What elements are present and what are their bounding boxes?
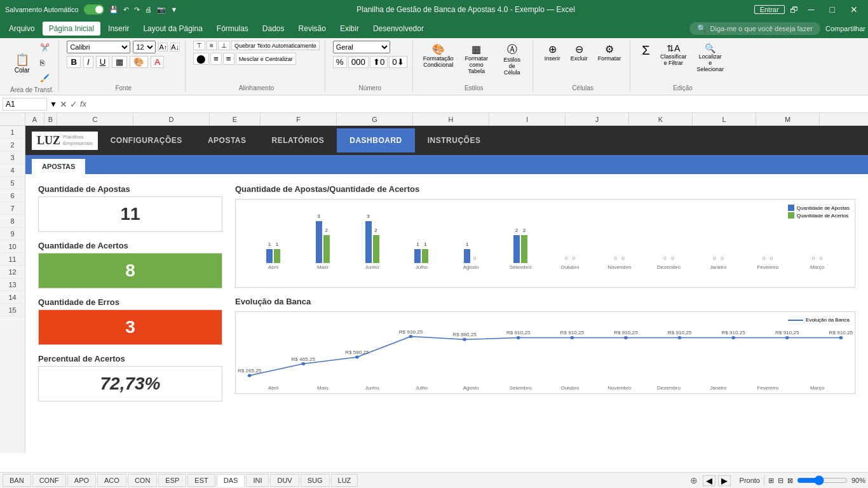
page-view-icon[interactable]: ⊟ [778, 477, 783, 485]
autosum-button[interactable]: Σ [638, 41, 653, 75]
col-header-i[interactable]: I [489, 113, 566, 125]
font-grow-button[interactable]: A↑ [158, 43, 168, 51]
dropdown-icon[interactable]: ▼ [171, 6, 178, 13]
col-header-h[interactable]: H [413, 113, 489, 125]
col-header-m[interactable]: M [756, 113, 820, 125]
percent-button[interactable]: % [333, 56, 347, 68]
function-icon[interactable]: fx [80, 99, 86, 109]
cut-button[interactable]: ✂️ [36, 41, 53, 55]
paste-button[interactable]: 📋 Colar [11, 50, 34, 76]
sheet-tab-ini[interactable]: INI [246, 474, 269, 487]
sheet-tab-ban[interactable]: BAN [3, 474, 31, 487]
font-family-select[interactable]: Calibri [67, 41, 130, 53]
sheet-tab-apo[interactable]: APO [67, 474, 96, 487]
sheet-tab-das[interactable]: DAS [217, 474, 245, 487]
col-header-f[interactable]: F [261, 113, 337, 125]
col-header-b[interactable]: B [44, 113, 57, 125]
italic-button[interactable]: I [83, 56, 93, 68]
number-format-select[interactable]: Geral [333, 41, 390, 53]
menu-layout[interactable]: Layout da Página [137, 22, 208, 36]
col-header-l[interactable]: L [693, 113, 756, 125]
col-header-g[interactable]: G [337, 113, 413, 125]
tab-relatorios[interactable]: RELATÓRIOS [259, 128, 337, 152]
sheet-tab-duv[interactable]: DUV [270, 474, 299, 487]
format-cells-button[interactable]: ⚙ Formatar [594, 41, 625, 64]
format-as-table-button[interactable]: ▦ Formatar como Tabela [459, 41, 494, 78]
menu-desenvolvedor[interactable]: Desenvolvedor [367, 22, 430, 36]
sheet-tab-aco[interactable]: ACO [97, 474, 126, 487]
scroll-sheets-left-button[interactable]: ◀ [703, 475, 715, 486]
decrease-decimal-button[interactable]: 0⬇ [389, 56, 407, 68]
sheet-tab-sug[interactable]: SUG [301, 474, 330, 487]
find-select-button[interactable]: 🔍 Localizar e Selecionar [693, 41, 728, 75]
sort-filter-button[interactable]: ⇅A Classificar e Filtrar [656, 41, 691, 75]
underline-button[interactable]: U [96, 56, 110, 68]
insert-cells-button[interactable]: ⊕ Inserir [541, 41, 564, 64]
sheet-tab-est[interactable]: EST [187, 474, 215, 487]
autosave-toggle[interactable] [84, 4, 104, 15]
align-left-button[interactable]: ⬤ [193, 53, 209, 65]
conditional-formatting-button[interactable]: 🎨 Formatação Condicional [421, 41, 456, 78]
align-center-button[interactable]: ≡ [210, 53, 222, 65]
align-bottom-button[interactable]: ⊥ [218, 41, 230, 50]
col-header-k[interactable]: K [629, 113, 693, 125]
col-header-d[interactable]: D [133, 113, 210, 125]
menu-revisao[interactable]: Revisão [292, 22, 332, 36]
menu-formulas[interactable]: Fórmulas [210, 22, 255, 36]
zoom-slider[interactable] [797, 475, 848, 485]
bold-button[interactable]: B [67, 56, 81, 68]
search-placeholder[interactable]: Diga-me o que você deseja fazer [710, 25, 813, 32]
cell-reference-input[interactable]: A1 [3, 98, 47, 111]
format-painter-button[interactable]: 🖌️ [36, 71, 53, 85]
align-middle-button[interactable]: ≡ [207, 41, 217, 50]
page-break-icon[interactable]: ⊠ [787, 477, 793, 485]
copy-button[interactable]: ⎘ [36, 56, 53, 70]
restore-icon[interactable]: 🗗 [790, 5, 798, 15]
sheet-tab-esp[interactable]: ESP [158, 474, 186, 487]
formula-accept-icon[interactable]: ✓ [70, 99, 78, 109]
menu-inserir[interactable]: Inserir [102, 22, 135, 36]
tab-configuracoes[interactable]: CONFIGURAÇÕES [98, 128, 195, 152]
tab-dashboard[interactable]: DASHBOARD [337, 128, 415, 152]
menu-dados[interactable]: Dados [256, 22, 291, 36]
align-top-button[interactable]: ⊤ [193, 41, 205, 50]
font-color-button[interactable]: A [151, 56, 164, 68]
sheet-tab-conf[interactable]: CONF [32, 474, 66, 487]
col-header-e[interactable]: E [210, 113, 261, 125]
fill-color-button[interactable]: 🎨 [130, 56, 148, 68]
increase-decimal-button[interactable]: ⬆0 [370, 56, 388, 68]
tab-apostas[interactable]: APOSTAS [195, 128, 259, 152]
add-sheet-button[interactable]: ⊕ [685, 473, 703, 487]
redo-icon[interactable]: ↷ [134, 6, 140, 14]
close-button[interactable]: ✕ [845, 4, 863, 15]
share-button[interactable]: Compartilhar [825, 25, 865, 32]
minimize-button[interactable]: ─ [803, 4, 820, 15]
login-button[interactable]: Entrar [754, 5, 785, 14]
col-header-c[interactable]: C [57, 113, 133, 125]
font-size-select[interactable]: 12 [133, 41, 156, 53]
subtab-apostas[interactable]: APOSTAS [32, 159, 85, 174]
wrap-text-button[interactable]: Quebrar Texto Automaticamente [231, 41, 320, 50]
maximize-button[interactable]: □ [825, 4, 840, 15]
camera-icon[interactable]: 📷 [157, 6, 166, 14]
menu-exibir[interactable]: Exibir [334, 22, 365, 36]
print-icon[interactable]: 🖨 [145, 6, 152, 13]
formula-name-box-dropdown[interactable]: ▼ [50, 100, 57, 109]
merge-center-button[interactable]: Mesclar e Centralizar [236, 53, 296, 65]
col-header-j[interactable]: J [566, 113, 629, 125]
sheet-tab-con[interactable]: CON [128, 474, 157, 487]
save-icon[interactable]: 💾 [109, 6, 118, 14]
border-button[interactable]: ▦ [112, 56, 127, 68]
formula-input[interactable] [89, 98, 865, 110]
comma-button[interactable]: 000 [348, 56, 369, 68]
menu-arquivo[interactable]: Arquivo [3, 22, 41, 36]
scroll-sheets-right-button[interactable]: ▶ [718, 475, 731, 486]
tab-instrucoes[interactable]: INSTRUÇÕES [415, 128, 494, 152]
undo-icon[interactable]: ↶ [123, 6, 129, 14]
cell-styles-button[interactable]: Ⓐ Estilos de Célula [497, 41, 527, 78]
sheet-tab-luz[interactable]: LUZ [331, 474, 358, 487]
font-shrink-button[interactable]: A↓ [170, 43, 180, 51]
layout-icon[interactable]: ⊞ [768, 477, 774, 485]
menu-pagina-inicial[interactable]: Página Inicial [43, 22, 100, 36]
col-header-a[interactable]: A [25, 113, 44, 125]
